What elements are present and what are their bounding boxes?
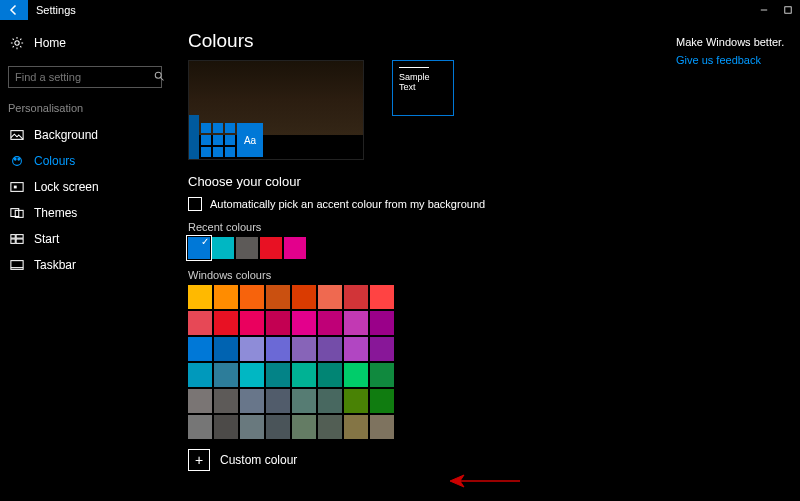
- colour-swatch[interactable]: [292, 415, 316, 439]
- minimize-button[interactable]: [752, 0, 776, 20]
- sidebar-item-label: Themes: [34, 206, 77, 220]
- colour-swatch[interactable]: [370, 415, 394, 439]
- svg-point-6: [18, 158, 20, 160]
- colour-swatch[interactable]: [266, 285, 290, 309]
- checkbox-icon[interactable]: [188, 197, 202, 211]
- svg-point-4: [13, 157, 22, 166]
- colour-swatch[interactable]: [214, 337, 238, 361]
- colour-swatch[interactable]: [240, 311, 264, 335]
- recent-colours-row: [188, 237, 800, 259]
- colour-swatch[interactable]: [266, 337, 290, 361]
- colour-swatch[interactable]: [370, 363, 394, 387]
- search-field[interactable]: [15, 71, 153, 83]
- colour-swatch[interactable]: [188, 337, 212, 361]
- colour-swatch[interactable]: [370, 389, 394, 413]
- svg-rect-12: [16, 235, 23, 239]
- sample-text: Sample Text: [399, 72, 430, 92]
- svg-rect-11: [11, 235, 15, 239]
- home-label: Home: [34, 36, 66, 50]
- colour-swatch[interactable]: [188, 415, 212, 439]
- colour-swatch[interactable]: [266, 363, 290, 387]
- sidebar-item-taskbar[interactable]: Taskbar: [8, 252, 162, 278]
- colour-swatch[interactable]: [214, 389, 238, 413]
- colour-swatch[interactable]: [344, 285, 368, 309]
- colour-swatch[interactable]: [344, 389, 368, 413]
- search-icon: [153, 70, 165, 84]
- sidebar-item-label: Background: [34, 128, 98, 142]
- colour-swatch[interactable]: [318, 363, 342, 387]
- svg-rect-0: [785, 7, 791, 13]
- feedback-link[interactable]: Give us feedback: [676, 54, 790, 66]
- feedback-panel: Make Windows better. Give us feedback: [676, 36, 790, 66]
- home-nav[interactable]: Home: [8, 30, 162, 56]
- colour-swatch[interactable]: [240, 415, 264, 439]
- sidebar-item-themes[interactable]: Themes: [8, 200, 162, 226]
- custom-colour-button[interactable]: +: [188, 449, 210, 471]
- annotation-arrow: [450, 474, 520, 491]
- gear-icon: [8, 34, 26, 52]
- themes-icon: [8, 206, 26, 220]
- colour-swatch[interactable]: [292, 389, 316, 413]
- colour-swatch[interactable]: [292, 285, 316, 309]
- colour-swatch[interactable]: [266, 311, 290, 335]
- sidebar-item-background[interactable]: Background: [8, 122, 162, 148]
- search-input[interactable]: [8, 66, 162, 88]
- sidebar-item-lockscreen[interactable]: Lock screen: [8, 174, 162, 200]
- colour-swatch[interactable]: [240, 389, 264, 413]
- colour-swatch[interactable]: [370, 311, 394, 335]
- auto-accent-checkbox-row[interactable]: Automatically pick an accent colour from…: [188, 197, 800, 211]
- windows-colours-label: Windows colours: [188, 269, 800, 281]
- colour-swatch[interactable]: [188, 311, 212, 335]
- colour-swatch[interactable]: [292, 337, 316, 361]
- colour-swatch[interactable]: [318, 389, 342, 413]
- preview-tile-aa: Aa: [237, 123, 263, 157]
- colour-swatch[interactable]: [240, 363, 264, 387]
- colour-swatch[interactable]: [292, 311, 316, 335]
- sidebar-item-colours[interactable]: Colours: [8, 148, 162, 174]
- svg-point-2: [155, 72, 161, 78]
- colour-swatch[interactable]: [188, 389, 212, 413]
- colour-swatch[interactable]: [214, 285, 238, 309]
- colour-swatch[interactable]: [318, 311, 342, 335]
- colour-swatch[interactable]: [214, 415, 238, 439]
- windows-colours-grid: [188, 285, 800, 439]
- colour-swatch[interactable]: [344, 311, 368, 335]
- recent-colour-swatch[interactable]: [284, 237, 306, 259]
- colour-swatch[interactable]: [266, 415, 290, 439]
- choose-colour-heading: Choose your colour: [188, 174, 800, 189]
- back-button[interactable]: [0, 0, 28, 20]
- colour-swatch[interactable]: [214, 311, 238, 335]
- svg-point-5: [14, 158, 16, 160]
- start-icon: [8, 232, 26, 246]
- colour-swatch[interactable]: [318, 415, 342, 439]
- colour-swatch[interactable]: [370, 285, 394, 309]
- sidebar-item-start[interactable]: Start: [8, 226, 162, 252]
- sidebar-item-label: Colours: [34, 154, 75, 168]
- colour-swatch[interactable]: [266, 389, 290, 413]
- colour-swatch[interactable]: [240, 337, 264, 361]
- colour-swatch[interactable]: [240, 285, 264, 309]
- svg-rect-13: [11, 239, 15, 243]
- sidebar-item-label: Start: [34, 232, 59, 246]
- colour-swatch[interactable]: [292, 363, 316, 387]
- feedback-title: Make Windows better.: [676, 36, 790, 48]
- recent-colour-swatch[interactable]: [236, 237, 258, 259]
- colour-swatch[interactable]: [214, 363, 238, 387]
- taskbar-icon: [8, 258, 26, 272]
- colour-swatch[interactable]: [188, 285, 212, 309]
- colour-swatch[interactable]: [344, 363, 368, 387]
- colour-swatch[interactable]: [370, 337, 394, 361]
- window-title: Settings: [28, 4, 752, 16]
- recent-colour-swatch[interactable]: [260, 237, 282, 259]
- colour-swatch[interactable]: [318, 337, 342, 361]
- recent-colour-swatch[interactable]: [212, 237, 234, 259]
- svg-rect-8: [14, 186, 16, 188]
- recent-colour-swatch[interactable]: [188, 237, 210, 259]
- colour-swatch[interactable]: [188, 363, 212, 387]
- preview-thumbnail: Aa: [188, 60, 364, 160]
- colour-swatch[interactable]: [318, 285, 342, 309]
- colour-swatch[interactable]: [344, 415, 368, 439]
- maximize-button[interactable]: [776, 0, 800, 20]
- palette-icon: [8, 154, 26, 168]
- colour-swatch[interactable]: [344, 337, 368, 361]
